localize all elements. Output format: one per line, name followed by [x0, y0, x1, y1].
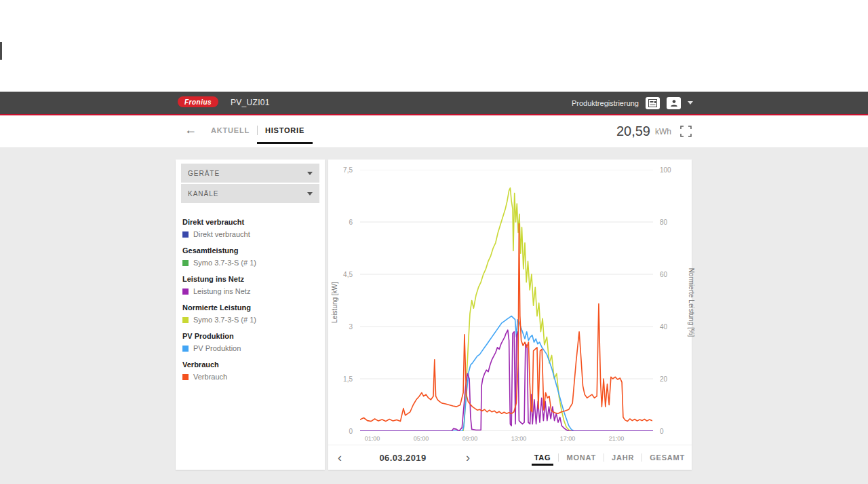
legend-group: VerbrauchVerbrauch: [182, 360, 319, 381]
legend-item-label: Leistung ins Netz: [193, 287, 250, 295]
range-tab-divider: [558, 453, 559, 462]
tab-historie[interactable]: HISTORIE: [265, 126, 304, 134]
chart-plot[interactable]: [360, 170, 653, 431]
person-icon: [670, 99, 678, 107]
chevron-down-icon: [307, 172, 313, 175]
right-axis-tick-label: 100: [660, 166, 671, 174]
range-tab-divider: [642, 453, 642, 462]
left-axis-tick-label: 7,5: [328, 166, 353, 174]
legend-group-heading: Leistung ins Netz: [182, 275, 319, 283]
range-tab-divider: [604, 453, 604, 462]
legend-group: GesamtleistungSymo 3.7-3-S (# 1): [182, 246, 319, 267]
legend-group: Leistung ins NetzLeistung ins Netz: [182, 275, 319, 295]
legend-item[interactable]: Symo 3.7-3-S (# 1): [182, 259, 319, 267]
back-arrow-icon[interactable]: ←: [184, 123, 197, 137]
legend-group-heading: Direkt verbraucht: [182, 218, 319, 226]
left-axis-tick-label: 1,5: [328, 375, 353, 383]
legend-swatch-icon: [182, 317, 189, 323]
product-registration-link[interactable]: Produktregistrierung: [572, 99, 639, 107]
legend-item-label: Symo 3.7-3-S (# 1): [193, 259, 256, 267]
legend: Direkt verbrauchtDirekt verbrauchtGesamt…: [182, 218, 319, 389]
legend-item-label: Direkt verbraucht: [193, 230, 250, 238]
fullscreen-icon[interactable]: [680, 126, 692, 137]
page-root: Fronius PV_UZI01 Produktregistrierung: [0, 0, 868, 484]
legend-item-label: PV Produktion: [193, 344, 241, 352]
energy-total-unit: kWh: [655, 127, 671, 136]
left-axis-tick-label: 0: [328, 428, 353, 435]
left-axis-tick-label: 6: [328, 219, 353, 226]
right-axis-tick-label: 40: [660, 323, 667, 331]
user-account-button[interactable]: [667, 97, 681, 109]
kanaele-dropdown-label: KANÄLE: [188, 190, 218, 198]
range-tab-monat[interactable]: MONAT: [565, 447, 597, 468]
legend-group: PV ProduktionPV Produktion: [182, 332, 319, 352]
energy-total: 20,59 kWh: [616, 115, 692, 147]
chevron-down-icon: [307, 192, 313, 196]
legend-swatch-icon: [182, 374, 189, 380]
registration-card-icon: [648, 99, 657, 107]
legend-group-heading: Gesamtleistung: [182, 246, 319, 255]
view-toolbar: ← AKTUELL HISTORIE 20,59 kWh: [0, 115, 868, 147]
geraete-dropdown[interactable]: GERÄTE: [181, 164, 319, 183]
next-day-button[interactable]: ›: [466, 451, 470, 464]
left-axis-tick-label: 4,5: [328, 271, 353, 278]
legend-item-label: Verbrauch: [193, 373, 227, 381]
range-tabs: TAG MONAT JAHR GESAMT: [533, 445, 686, 470]
tab-divider: [257, 126, 258, 135]
fronius-logo-text: Fronius: [184, 98, 212, 106]
range-tab-tag[interactable]: TAG: [533, 447, 553, 468]
system-title: PV_UZI01: [231, 98, 270, 107]
app-header: Fronius PV_UZI01 Produktregistrierung: [0, 92, 868, 114]
legend-item[interactable]: Direkt verbraucht: [182, 230, 319, 238]
view-tabs: AKTUELL HISTORIE: [211, 115, 304, 145]
legend-swatch-icon: [182, 231, 189, 238]
fronius-logo: Fronius: [178, 96, 218, 107]
x-axis-tick-label: 17:00: [557, 435, 578, 442]
legend-item-label: Symo 3.7-3-S (# 1): [193, 316, 256, 324]
legend-swatch-icon: [182, 260, 189, 266]
product-registration-icon[interactable]: [646, 97, 660, 109]
right-axis-tick-label: 20: [660, 375, 667, 383]
legend-item[interactable]: PV Produktion: [182, 344, 319, 352]
legend-group-heading: PV Produktion: [182, 332, 319, 340]
range-tab-jahr[interactable]: JAHR: [610, 447, 635, 468]
left-axis-title: Leistung [kW]: [331, 276, 338, 330]
x-axis-tick-label: 13:00: [509, 435, 529, 442]
legend-group-heading: Verbrauch: [182, 360, 319, 369]
legend-swatch-icon: [182, 288, 189, 295]
right-axis-tick-label: 80: [660, 219, 667, 226]
account-menu-caret-icon[interactable]: [688, 101, 693, 105]
tab-aktuell[interactable]: AKTUELL: [211, 126, 250, 134]
x-axis-tick-label: 05:00: [411, 435, 431, 442]
range-tab-gesamt[interactable]: GESAMT: [648, 447, 686, 468]
legend-item[interactable]: Leistung ins Netz: [182, 287, 319, 295]
geraete-dropdown-label: GERÄTE: [188, 170, 220, 177]
legend-item[interactable]: Symo 3.7-3-S (# 1): [182, 316, 319, 324]
x-axis-tick-label: 21:00: [606, 435, 627, 442]
right-axis-tick-label: 60: [660, 271, 667, 278]
x-axis-tick-label: 09:00: [460, 435, 480, 442]
previous-day-button[interactable]: ‹: [338, 451, 342, 464]
legend-swatch-icon: [182, 346, 189, 352]
kanaele-dropdown[interactable]: KANÄLE: [181, 184, 319, 203]
x-axis-tick-label: 01:00: [362, 435, 382, 442]
date-display[interactable]: 06.03.2019: [369, 453, 437, 463]
legend-group: Direkt verbrauchtDirekt verbraucht: [182, 218, 319, 238]
history-chart-card: Leistung [kW] Normierte Leistung [%] 7,5…: [328, 160, 692, 470]
right-axis-title: Normierte Leistung [%]: [688, 262, 695, 343]
legend-group-heading: Normierte Leistung: [182, 303, 319, 312]
channels-sidebar: GERÄTE KANÄLE Direkt verbrauchtDirekt ve…: [176, 160, 325, 470]
left-axis-tick-label: 3: [328, 323, 353, 331]
legend-item[interactable]: Verbrauch: [182, 373, 319, 381]
header-actions: Produktregistrierung: [572, 92, 693, 114]
right-axis-tick-label: 0: [660, 428, 664, 435]
series-line-verbrauch: [360, 224, 652, 422]
series-line-leistung-ins-netz: [360, 330, 653, 431]
legend-group: Normierte LeistungSymo 3.7-3-S (# 1): [182, 303, 319, 324]
left-edge-artifact: [0, 42, 2, 60]
energy-total-value: 20,59: [616, 124, 650, 139]
chart-footer: ‹ 06.03.2019 › TAG MONAT JAHR GESAMT: [328, 445, 692, 470]
